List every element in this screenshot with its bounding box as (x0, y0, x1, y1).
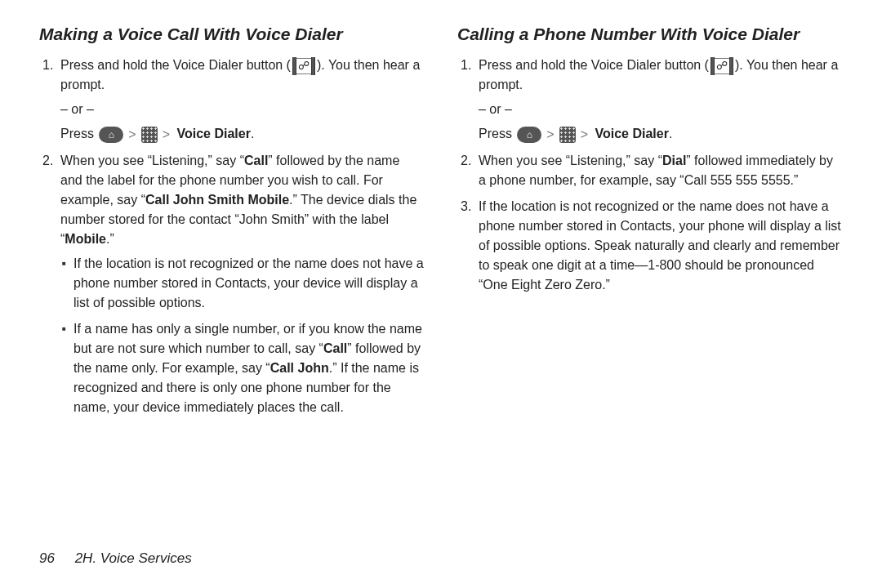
left-or: – or – (60, 100, 425, 119)
left-title: Making a Voice Call With Voice Dialer (39, 24, 425, 44)
left-step2-d: .” (106, 232, 114, 246)
right-step1-text-a: Press and hold the Voice Dialer button ( (479, 58, 709, 72)
home-icon: ⌂ (517, 127, 541, 143)
right-step-1: Press and hold the Voice Dialer button (… (479, 56, 843, 145)
left-step2-mobile: Mobile (65, 232, 106, 246)
right-or: – or – (479, 100, 843, 119)
left-press-line: Press ⌂>> Voice Dialer. (60, 124, 425, 145)
left-bullets: If the location is not recognized or the… (60, 254, 425, 417)
footer-section: 2H. Voice Services (75, 550, 192, 566)
left-bullet2-call: Call (323, 341, 347, 355)
right-step2-a: When you see “Listening,” say “ (479, 154, 662, 167)
left-step-2: When you see “Listening,” say “Call” fol… (60, 151, 425, 417)
chevron-icon: > (581, 125, 588, 145)
voice-dialer-button-icon: ☍ (292, 57, 315, 75)
left-voice-dialer-label: Voice Dialer (176, 127, 250, 140)
right-steps: Press and hold the Voice Dialer button (… (457, 56, 843, 295)
right-step-2: When you see “Listening,” say “Dial” fol… (479, 151, 843, 190)
left-press-prefix: Press (60, 127, 97, 140)
right-column: Calling a Phone Number With Voice Dialer… (457, 24, 843, 424)
two-column-layout: Making a Voice Call With Voice Dialer Pr… (39, 24, 843, 424)
home-icon: ⌂ (99, 127, 123, 143)
right-title: Calling a Phone Number With Voice Dialer (457, 24, 843, 44)
right-press-prefix: Press (479, 127, 515, 140)
left-bullet-2: If a name has only a single number, or i… (74, 319, 425, 417)
left-step1-text-a: Press and hold the Voice Dialer button ( (60, 58, 291, 72)
left-step2-example: Call John Smith Mobile (145, 193, 289, 207)
apps-grid-icon (141, 127, 158, 143)
page-footer: 96 2H. Voice Services (39, 550, 192, 567)
page-number: 96 (39, 550, 55, 566)
left-steps: Press and hold the Voice Dialer button (… (39, 56, 425, 417)
voice-dialer-button-icon: ☍ (710, 57, 733, 75)
apps-grid-icon (559, 127, 576, 143)
right-step2-dial: Dial (662, 154, 686, 167)
right-step-3: If the location is not recognized or the… (479, 197, 843, 295)
left-bullet2-example: Call John (270, 361, 329, 375)
chevron-icon: > (546, 125, 554, 145)
left-step2-a: When you see “Listening,” say “ (60, 154, 244, 167)
right-press-line: Press ⌂>> Voice Dialer. (479, 124, 843, 145)
left-column: Making a Voice Call With Voice Dialer Pr… (39, 24, 425, 424)
right-voice-dialer-label: Voice Dialer (595, 127, 668, 140)
chevron-icon: > (128, 125, 136, 145)
left-step-1: Press and hold the Voice Dialer button (… (60, 56, 425, 145)
left-bullet-1: If the location is not recognized or the… (74, 254, 425, 313)
chevron-icon: > (163, 125, 170, 145)
left-step2-call: Call (244, 154, 268, 167)
